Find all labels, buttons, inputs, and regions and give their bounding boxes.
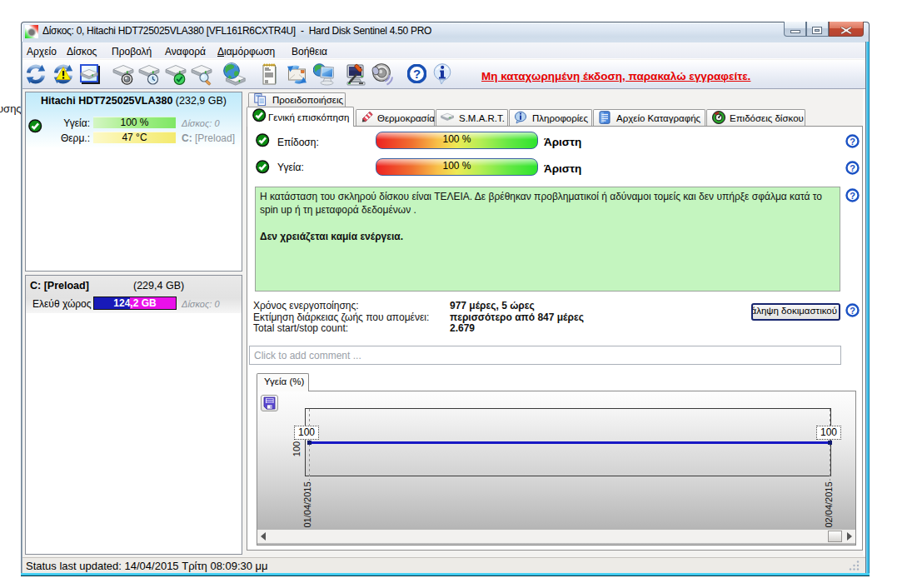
svg-text:?: ? [850, 137, 855, 147]
svg-text:?: ? [413, 67, 421, 81]
svg-text:?: ? [850, 163, 855, 173]
svg-text:?: ? [850, 191, 855, 201]
svg-text:?: ? [850, 306, 855, 316]
